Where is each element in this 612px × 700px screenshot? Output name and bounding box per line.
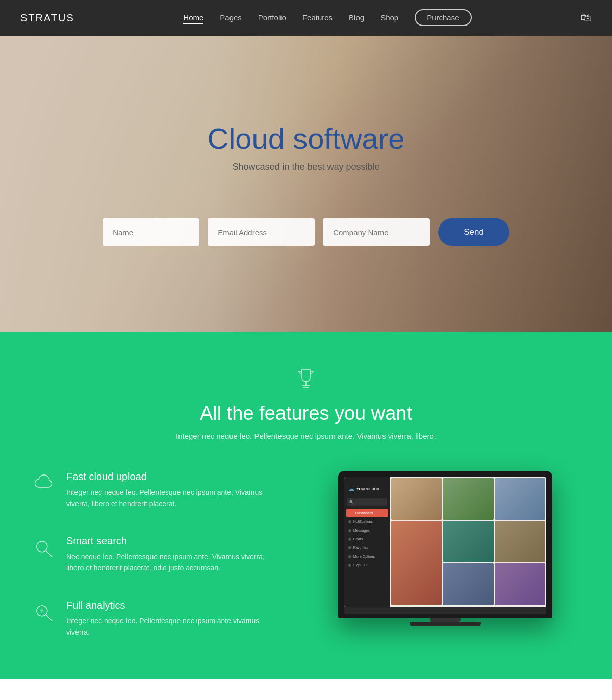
site-logo: STRATUS [20,12,74,24]
laptop-dot [350,512,353,515]
analytics-icon [31,599,56,625]
feature-item-cloud: Fast cloud upload Integer nec neque leo.… [31,471,278,510]
purchase-button[interactable]: Purchase [415,9,471,26]
laptop-dot [348,564,351,567]
laptop-menu-signout: Sign Out [344,561,390,569]
laptop-menu-label: More Options [353,555,375,558]
laptop-photo-8 [495,563,545,605]
name-input[interactable] [103,218,199,246]
nav-item-purchase[interactable]: Purchase [415,13,471,22]
laptop-cloud-icon: ☁ [348,485,354,492]
nav-link-shop[interactable]: Shop [380,13,398,22]
nav-item-blog[interactable]: Blog [349,13,364,22]
cart-icon[interactable]: 🛍 [580,11,592,24]
laptop-menu-label: Chats [353,537,363,541]
laptop-content [390,477,546,607]
feature-text-cloud: Fast cloud upload Integer nec neque leo.… [66,471,278,510]
laptop-dot [348,520,351,523]
company-input[interactable] [323,218,430,246]
laptop-menu-messages: Messages [344,526,390,535]
laptop-photo-4 [391,521,442,605]
feature-item-analytics: Full analytics Integer nec neque leo. Pe… [31,599,278,638]
laptop-menu-label: Notifications [353,520,373,523]
laptop-dot [348,538,351,541]
nav-links: Home Pages Portfolio Features Blog Shop … [183,13,471,22]
laptop-stand [430,618,461,622]
laptop-photo-1 [391,478,442,520]
laptop-brand: YOURCLOUD [356,487,379,491]
feature-text-analytics: Full analytics Integer nec neque leo. Pe… [66,599,278,638]
laptop-search-icon: 🔍 [349,500,354,504]
features-desc: Integer nec neque leo. Pellentesque nec … [31,432,581,440]
nav-link-portfolio[interactable]: Portfolio [258,13,286,22]
feature-item-search: Smart search Nec neque leo. Pellentesque… [31,535,278,574]
laptop-menu-dashboard: Dashboard [346,509,388,517]
laptop-menu-label: Messages [353,529,370,532]
feature-desc-search: Nec neque leo. Pellentesque nec ipsum an… [66,551,278,574]
laptop-base [344,607,546,614]
features-header: All the features you want Integer nec ne… [31,367,581,440]
nav-link-pages[interactable]: Pages [220,13,242,22]
email-input[interactable] [208,218,315,246]
hero-title: Cloud software [208,121,405,156]
laptop-photo-6 [495,521,545,563]
laptop-photo-5 [443,521,493,563]
hero-content: Cloud software Showcased in the best way… [208,121,405,172]
laptop-photo-7 [443,563,493,605]
cloud-icon [31,471,56,496]
trophy-icon [31,367,581,394]
feature-title-analytics: Full analytics [66,599,278,611]
hero-background [0,36,612,332]
laptop-dot [348,529,351,532]
laptop-container: ☁ YOURCLOUD 🔍 Dashboard [338,471,552,626]
nav-link-features[interactable]: Features [302,13,333,22]
hero-section: Cloud software Showcased in the best way… [0,36,612,332]
laptop-menu-notifications: Notifications [344,517,390,526]
laptop-screen: ☁ YOURCLOUD 🔍 Dashboard [344,477,546,607]
features-body: Fast cloud upload Integer nec neque leo.… [31,471,581,638]
hero-subtitle: Showcased in the best way possible [208,162,405,172]
laptop-dot [348,546,351,549]
search-icon [31,535,56,561]
laptop-search: 🔍 [347,498,387,506]
laptop-sidebar: ☁ YOURCLOUD 🔍 Dashboard [344,477,390,607]
feature-text-search: Smart search Nec neque leo. Pellentesque… [66,535,278,574]
feature-desc-analytics: Integer nec neque leo. Pellentesque nec … [66,615,278,638]
features-section: All the features you want Integer nec ne… [0,332,612,679]
nav-item-portfolio[interactable]: Portfolio [258,13,286,22]
laptop-photo-3 [495,478,545,520]
svg-line-6 [46,615,52,620]
laptop-logo: ☁ YOURCLOUD [344,482,390,495]
nav-item-shop[interactable]: Shop [380,13,398,22]
hero-form: Send [103,218,509,246]
svg-point-3 [37,541,47,552]
laptop-photo-2 [443,478,493,520]
navbar: STRATUS Home Pages Portfolio Features Bl… [0,0,612,36]
svg-line-4 [46,551,52,556]
laptop-menu-chats: Chats [344,535,390,543]
nav-item-pages[interactable]: Pages [220,13,242,22]
laptop-outer: ☁ YOURCLOUD 🔍 Dashboard [338,471,552,618]
laptop-mockup: ☁ YOURCLOUD 🔍 Dashboard [309,471,581,626]
nav-item-features[interactable]: Features [302,13,333,22]
laptop-menu-label: Dashboard [355,511,373,515]
feature-desc-cloud: Integer nec neque leo. Pellentesque nec … [66,487,278,510]
laptop-menu-favorites: Favorites [344,543,390,552]
feature-title-search: Smart search [66,535,278,547]
nav-item-home[interactable]: Home [183,13,203,22]
features-list: Fast cloud upload Integer nec neque leo.… [31,471,278,638]
laptop-foot [410,622,481,626]
laptop-menu-label: Favorites [353,546,368,549]
feature-title-cloud: Fast cloud upload [66,471,278,483]
features-title: All the features you want [31,403,581,424]
laptop-menu-more: More Options [344,552,390,561]
laptop-menu-label: Sign Out [353,563,367,567]
laptop-dot [348,555,351,558]
nav-link-blog[interactable]: Blog [349,13,364,22]
nav-link-home[interactable]: Home [183,13,203,24]
send-button[interactable]: Send [438,218,509,246]
